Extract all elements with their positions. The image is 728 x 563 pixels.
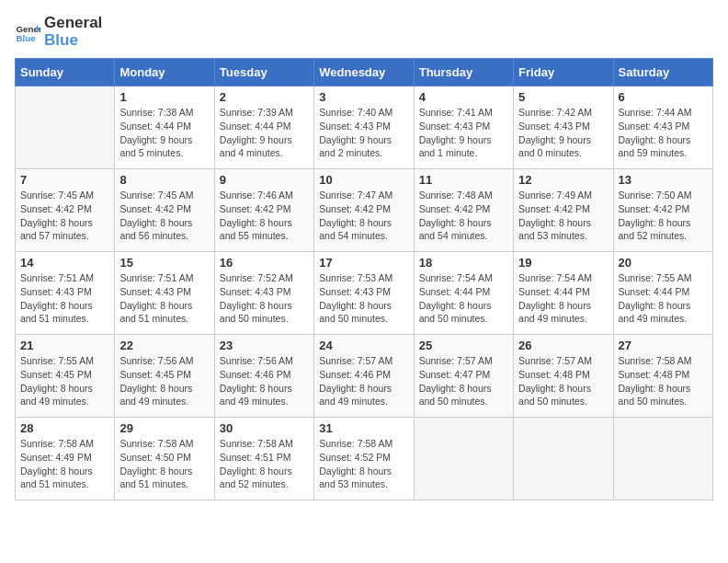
calendar-cell: 27 Sunrise: 7:58 AM Sunset: 4:48 PM Dayl… [613, 335, 712, 418]
day-number: 13 [619, 173, 708, 187]
calendar-cell: 30 Sunrise: 7:58 AM Sunset: 4:51 PM Dayl… [214, 418, 313, 500]
day-number: 19 [518, 256, 608, 270]
calendar-cell: 28 Sunrise: 7:58 AM Sunset: 4:49 PM Dayl… [16, 418, 115, 500]
cell-info: Sunrise: 7:54 AM Sunset: 4:44 PM Dayligh… [419, 271, 508, 326]
cell-info: Sunrise: 7:58 AM Sunset: 4:50 PM Dayligh… [119, 437, 209, 491]
calendar-cell: 19 Sunrise: 7:54 AM Sunset: 4:44 PM Dayl… [514, 252, 613, 335]
calendar-cell: 8 Sunrise: 7:45 AM Sunset: 4:42 PM Dayli… [115, 169, 214, 252]
calendar-cell: 14 Sunrise: 7:51 AM Sunset: 4:43 PM Dayl… [16, 252, 115, 335]
day-number: 8 [119, 173, 209, 187]
day-header-saturday: Saturday [613, 59, 712, 86]
calendar-cell: 5 Sunrise: 7:42 AM Sunset: 4:43 PM Dayli… [514, 86, 613, 169]
day-number: 31 [319, 421, 408, 435]
cell-info: Sunrise: 7:55 AM Sunset: 4:45 PM Dayligh… [20, 354, 109, 408]
cell-info: Sunrise: 7:56 AM Sunset: 4:46 PM Dayligh… [220, 354, 309, 408]
logo: General Blue General Blue [15, 15, 102, 49]
cell-info: Sunrise: 7:47 AM Sunset: 4:42 PM Dayligh… [319, 189, 408, 243]
cell-info: Sunrise: 7:58 AM Sunset: 4:49 PM Dayligh… [20, 437, 109, 491]
day-header-tuesday: Tuesday [214, 59, 313, 86]
day-number: 4 [419, 90, 508, 104]
day-number: 25 [419, 339, 508, 352]
header-row: SundayMondayTuesdayWednesdayThursdayFrid… [16, 59, 713, 86]
calendar-cell: 15 Sunrise: 7:51 AM Sunset: 4:43 PM Dayl… [115, 252, 214, 335]
cell-info: Sunrise: 7:38 AM Sunset: 4:44 PM Dayligh… [119, 106, 209, 160]
cell-info: Sunrise: 7:46 AM Sunset: 4:42 PM Dayligh… [220, 189, 309, 243]
cell-info: Sunrise: 7:48 AM Sunset: 4:42 PM Dayligh… [419, 189, 508, 243]
cell-info: Sunrise: 7:40 AM Sunset: 4:43 PM Dayligh… [319, 106, 408, 160]
calendar-cell: 25 Sunrise: 7:57 AM Sunset: 4:47 PM Dayl… [414, 335, 513, 418]
calendar-cell: 2 Sunrise: 7:39 AM Sunset: 4:44 PM Dayli… [214, 86, 313, 169]
calendar-cell: 24 Sunrise: 7:57 AM Sunset: 4:46 PM Dayl… [314, 335, 414, 418]
day-number: 1 [119, 90, 209, 104]
cell-info: Sunrise: 7:54 AM Sunset: 4:44 PM Dayligh… [518, 271, 608, 326]
day-number: 16 [220, 256, 309, 270]
calendar-cell [514, 418, 613, 500]
day-number: 28 [20, 421, 109, 435]
day-header-friday: Friday [514, 59, 613, 86]
day-number: 23 [220, 339, 309, 352]
calendar-cell: 7 Sunrise: 7:45 AM Sunset: 4:42 PM Dayli… [16, 169, 115, 252]
cell-info: Sunrise: 7:41 AM Sunset: 4:43 PM Dayligh… [419, 106, 508, 160]
calendar-cell [16, 86, 115, 169]
day-number: 26 [518, 339, 608, 352]
day-number: 21 [20, 339, 109, 352]
day-number: 2 [220, 90, 309, 104]
calendar-cell: 16 Sunrise: 7:52 AM Sunset: 4:43 PM Dayl… [214, 252, 313, 335]
day-number: 14 [20, 256, 109, 270]
cell-info: Sunrise: 7:50 AM Sunset: 4:42 PM Dayligh… [619, 189, 708, 243]
calendar-cell: 21 Sunrise: 7:55 AM Sunset: 4:45 PM Dayl… [16, 335, 115, 418]
calendar-cell: 29 Sunrise: 7:58 AM Sunset: 4:50 PM Dayl… [115, 418, 214, 500]
cell-info: Sunrise: 7:53 AM Sunset: 4:43 PM Dayligh… [319, 271, 408, 326]
calendar-cell: 1 Sunrise: 7:38 AM Sunset: 4:44 PM Dayli… [115, 86, 214, 169]
day-number: 27 [619, 339, 708, 352]
cell-info: Sunrise: 7:55 AM Sunset: 4:44 PM Dayligh… [619, 271, 708, 326]
calendar-cell: 22 Sunrise: 7:56 AM Sunset: 4:45 PM Dayl… [115, 335, 214, 418]
logo-general-text: General [44, 15, 102, 32]
cell-info: Sunrise: 7:52 AM Sunset: 4:43 PM Dayligh… [220, 271, 309, 326]
cell-info: Sunrise: 7:58 AM Sunset: 4:52 PM Dayligh… [319, 437, 408, 491]
day-number: 3 [319, 90, 408, 104]
cell-info: Sunrise: 7:58 AM Sunset: 4:51 PM Dayligh… [220, 437, 309, 491]
week-row-5: 28 Sunrise: 7:58 AM Sunset: 4:49 PM Dayl… [16, 418, 713, 500]
calendar-cell [613, 418, 712, 500]
calendar-cell: 31 Sunrise: 7:58 AM Sunset: 4:52 PM Dayl… [314, 418, 414, 500]
header: General Blue General Blue [15, 15, 713, 49]
cell-info: Sunrise: 7:39 AM Sunset: 4:44 PM Dayligh… [220, 106, 309, 160]
day-number: 10 [319, 173, 408, 187]
day-number: 5 [518, 90, 608, 104]
calendar-cell: 20 Sunrise: 7:55 AM Sunset: 4:44 PM Dayl… [613, 252, 712, 335]
cell-info: Sunrise: 7:44 AM Sunset: 4:43 PM Dayligh… [619, 106, 708, 160]
cell-info: Sunrise: 7:49 AM Sunset: 4:42 PM Dayligh… [518, 189, 608, 243]
day-number: 22 [119, 339, 209, 352]
cell-info: Sunrise: 7:57 AM Sunset: 4:46 PM Dayligh… [319, 354, 408, 408]
calendar-cell: 23 Sunrise: 7:56 AM Sunset: 4:46 PM Dayl… [214, 335, 313, 418]
calendar-cell: 12 Sunrise: 7:49 AM Sunset: 4:42 PM Dayl… [514, 169, 613, 252]
day-number: 15 [119, 256, 209, 270]
day-header-sunday: Sunday [16, 59, 115, 86]
day-number: 6 [619, 90, 708, 104]
day-number: 24 [319, 339, 408, 352]
day-number: 11 [419, 173, 508, 187]
cell-info: Sunrise: 7:57 AM Sunset: 4:48 PM Dayligh… [518, 354, 608, 408]
cell-info: Sunrise: 7:45 AM Sunset: 4:42 PM Dayligh… [119, 189, 209, 243]
day-number: 18 [419, 256, 508, 270]
calendar-cell: 9 Sunrise: 7:46 AM Sunset: 4:42 PM Dayli… [214, 169, 313, 252]
cell-info: Sunrise: 7:57 AM Sunset: 4:47 PM Dayligh… [419, 354, 508, 408]
calendar-cell: 26 Sunrise: 7:57 AM Sunset: 4:48 PM Dayl… [514, 335, 613, 418]
day-number: 20 [619, 256, 708, 270]
day-number: 12 [518, 173, 608, 187]
cell-info: Sunrise: 7:58 AM Sunset: 4:48 PM Dayligh… [619, 354, 708, 408]
day-number: 30 [220, 421, 309, 435]
week-row-2: 7 Sunrise: 7:45 AM Sunset: 4:42 PM Dayli… [16, 169, 713, 252]
calendar-cell: 17 Sunrise: 7:53 AM Sunset: 4:43 PM Dayl… [314, 252, 414, 335]
day-number: 17 [319, 256, 408, 270]
calendar-cell: 4 Sunrise: 7:41 AM Sunset: 4:43 PM Dayli… [414, 86, 513, 169]
calendar-cell: 13 Sunrise: 7:50 AM Sunset: 4:42 PM Dayl… [613, 169, 712, 252]
calendar-cell: 3 Sunrise: 7:40 AM Sunset: 4:43 PM Dayli… [314, 86, 414, 169]
cell-info: Sunrise: 7:42 AM Sunset: 4:43 PM Dayligh… [518, 106, 608, 160]
cell-info: Sunrise: 7:56 AM Sunset: 4:45 PM Dayligh… [119, 354, 209, 408]
cell-info: Sunrise: 7:51 AM Sunset: 4:43 PM Dayligh… [20, 271, 109, 326]
logo-blue-text: Blue [44, 32, 102, 50]
calendar-cell: 10 Sunrise: 7:47 AM Sunset: 4:42 PM Dayl… [314, 169, 414, 252]
day-number: 9 [220, 173, 309, 187]
